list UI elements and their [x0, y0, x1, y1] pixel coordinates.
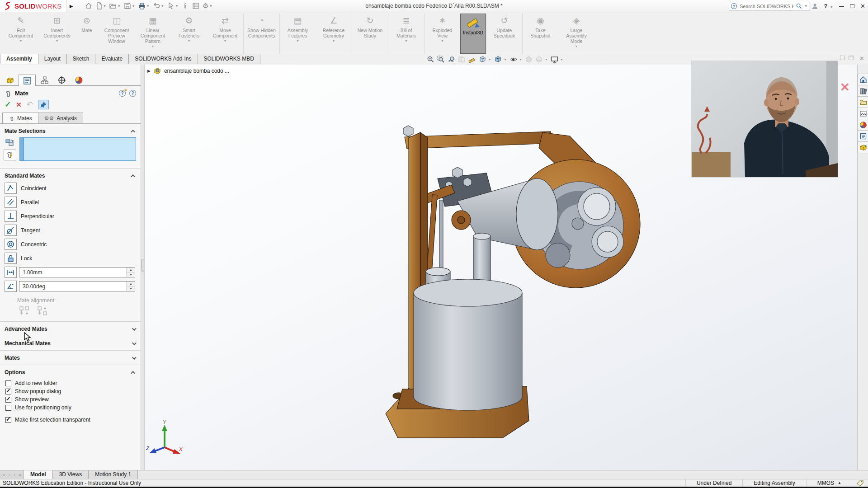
mate-parallel[interactable]: Parallel [0, 195, 141, 209]
minimize-button[interactable] [839, 6, 844, 7]
option-add-to-new-folder[interactable]: Add to new folder [0, 379, 141, 387]
design-library-icon[interactable] [858, 85, 868, 97]
panel-splitter[interactable] [141, 65, 145, 470]
section-mates[interactable]: Mates [0, 350, 141, 365]
user-account-icon[interactable] [811, 3, 818, 9]
command-tab[interactable]: Sketch [66, 54, 96, 64]
tab-propertymanager[interactable] [19, 75, 36, 86]
section-standard-mates[interactable]: Standard Mates [0, 169, 141, 181]
search-icon[interactable] [796, 3, 802, 9]
recording-close-icon[interactable]: ✕ [840, 80, 850, 94]
search-input[interactable] [739, 3, 794, 9]
ribbon-button[interactable]: ◈ Large Assembly Mode ▼ [558, 14, 594, 54]
breadcrumb-expand-icon[interactable]: ▶ [147, 69, 151, 73]
multiple-mate-mode-icon[interactable] [4, 150, 16, 160]
command-tab[interactable]: Assembly [0, 54, 38, 64]
mate-coincident[interactable]: Coincident [0, 181, 141, 195]
command-tab[interactable]: SOLIDWORKS MBD [198, 54, 260, 64]
custom-properties-icon[interactable] [858, 130, 868, 142]
subtab-analysis[interactable]: ⚙⚙ Analysis [38, 113, 83, 123]
view-settings-icon[interactable] [550, 56, 559, 63]
aligned-icon[interactable] [19, 306, 30, 316]
ribbon-button[interactable]: ◔ Show Hidden Components ▼ [243, 14, 279, 54]
ribbon-button[interactable]: ↺ Update Speedpak ▼ [486, 14, 522, 54]
restore-doc-icon[interactable] [840, 56, 845, 60]
zoom-to-fit-icon[interactable] [426, 56, 435, 63]
ok-button[interactable]: ✓ [5, 100, 11, 109]
help-menu[interactable]: ? ▼ [824, 3, 833, 9]
help-icon[interactable]: ? [129, 90, 136, 97]
bottom-tab[interactable]: Model [24, 470, 53, 479]
help-search[interactable]: ? ▼ [729, 2, 810, 10]
section-mate-selections[interactable]: Mate Selections [0, 124, 141, 136]
checkbox[interactable] [5, 405, 11, 411]
distance-input[interactable]: 1.00mm ▲▼ [19, 267, 135, 277]
chevron-down-icon[interactable]: ▼ [545, 58, 548, 61]
whats-new-help-icon[interactable]: ?✶ [119, 90, 126, 97]
display-style-icon[interactable] [493, 56, 503, 63]
file-explorer-icon[interactable] [858, 96, 868, 108]
mate-lock[interactable]: Lock [0, 251, 141, 265]
command-tab[interactable]: Evaluate [95, 54, 129, 64]
select-cursor-icon[interactable]: ▼ [166, 1, 179, 10]
breadcrumb[interactable]: ▶ ensamblaje bomba codo ... [147, 67, 229, 75]
option-show-preview[interactable]: Show preview [0, 395, 141, 404]
mate-tangent[interactable]: Tangent [0, 223, 141, 237]
section-options[interactable]: Options [0, 365, 141, 379]
ribbon-button[interactable]: ◫ Component Preview Window ▼ [99, 14, 135, 54]
ribbon-button[interactable]: ↻ New Motion Study ▼ [352, 14, 388, 54]
ribbon-button[interactable]: ∠ Reference Geometry ▼ [316, 14, 352, 54]
home-icon[interactable] [84, 1, 93, 10]
edit-appearance-icon[interactable] [524, 56, 533, 63]
undo-icon[interactable]: ▼ [152, 1, 165, 10]
save-icon[interactable]: ▼ [123, 1, 136, 10]
ribbon-button[interactable]: ⇄ Move Component ▼ [207, 14, 243, 54]
chevron-down-icon[interactable]: ▼ [504, 58, 507, 61]
solidworks-forum-icon[interactable] [858, 141, 868, 153]
ribbon-button[interactable]: ⊚ Mate ▼ [75, 14, 99, 54]
tab-featuremanager[interactable] [1, 74, 19, 85]
option-make-first-selection-transparent[interactable]: Make first selection transparent [0, 416, 141, 424]
solidworks-resources-icon[interactable] [858, 74, 868, 85]
splitter-handle[interactable] [141, 259, 144, 272]
undo-button[interactable]: ↶ [27, 100, 33, 109]
command-tab[interactable]: SOLIDWORKS Add-Ins [128, 54, 198, 64]
mate-selection-listbox[interactable] [19, 137, 136, 161]
cascade-doc-icon[interactable] [849, 56, 854, 60]
mate-perpendicular[interactable]: Perpendicular [0, 209, 141, 223]
new-document-icon[interactable]: ▼ [94, 1, 108, 10]
cancel-button[interactable]: ✕ [16, 101, 22, 109]
restore-button[interactable] [850, 4, 854, 8]
close-button[interactable]: ✕ [860, 3, 865, 9]
command-tab[interactable]: Layout [38, 54, 67, 64]
ribbon-button[interactable]: ⚙ Smart Fasteners ▼ [171, 14, 207, 54]
options-gear-icon[interactable]: ⚙▼ [202, 1, 213, 10]
chevron-down-icon[interactable]: ▼ [519, 58, 522, 61]
tab-scroll-buttons[interactable]: «‹›» [0, 470, 24, 479]
checkbox[interactable] [5, 417, 11, 423]
option-use-for-positioning-only[interactable]: Use for positioning only [0, 404, 141, 412]
bottom-tab[interactable]: Motion Study 1 [89, 470, 138, 479]
tag-icon[interactable] [852, 480, 868, 487]
ribbon-button[interactable]: Instant3D ▼ [460, 14, 486, 54]
option-show-popup-dialog[interactable]: Show popup dialog [0, 387, 141, 395]
view-orientation-icon[interactable] [478, 56, 487, 63]
tab-dimxpertmanager[interactable] [53, 74, 70, 85]
distance-spinner[interactable]: ▲▼ [127, 267, 135, 277]
checkbox[interactable] [5, 397, 11, 403]
ribbon-button[interactable]: ▤ Assembly Features ▼ [279, 14, 316, 54]
search-dropdown-icon[interactable]: ▼ [804, 4, 808, 8]
keep-visible-pin-button[interactable] [38, 100, 49, 109]
previous-view-icon[interactable] [447, 56, 456, 63]
tab-displaymanager[interactable] [70, 74, 87, 85]
hide-show-items-icon[interactable] [509, 56, 518, 63]
angle-spinner[interactable]: ▲▼ [127, 282, 135, 291]
ribbon-button[interactable]: ⊞ Insert Components ▼ [39, 14, 75, 54]
view-palette-icon[interactable] [858, 108, 868, 119]
bottom-tab[interactable]: 3D Views [53, 470, 89, 479]
reference-pin-icon[interactable] [181, 1, 190, 10]
ribbon-button[interactable]: ≣ Bill of Materials ▼ [388, 14, 424, 54]
checkbox[interactable] [5, 380, 11, 386]
display-pane-icon[interactable] [191, 1, 200, 10]
section-advanced-mates[interactable]: Advanced Mates [0, 321, 141, 336]
